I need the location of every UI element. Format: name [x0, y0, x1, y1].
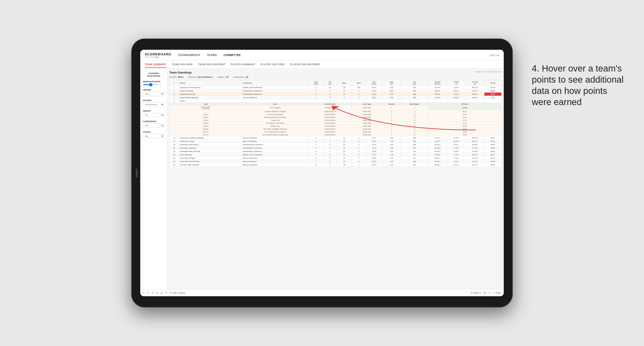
cell-vs-top25: 13-9-0 — [447, 86, 466, 89]
cell-rnds: 19 — [337, 93, 352, 96]
cell-vs-top25: 4-13-0 — [447, 153, 466, 157]
reset-button[interactable]: ↺ — [152, 292, 154, 294]
detail-rank-impact: +0 — [401, 133, 428, 136]
conference-select[interactable]: (All) — [143, 124, 164, 128]
min-rounds-slider[interactable] — [143, 84, 159, 85]
sidebar-division-label: Division — [143, 99, 164, 102]
cell-no-tour: 9 — [323, 89, 337, 93]
cell-points[interactable]: 97.02 — [484, 86, 501, 89]
cell-vs-top25: 4-16-0 — [447, 150, 466, 153]
nav-tournaments[interactable]: TOURNAMENTS — [178, 53, 200, 58]
detail-event: Ben Hogan Collegiate Invitational — [242, 128, 308, 130]
cell-rnds: 23 — [337, 89, 352, 93]
detail-data-row: Univers 2023 Sahalee Players Championshi… — [170, 133, 502, 136]
detail-points: 43.85 — [428, 130, 502, 133]
tab-team-h2h-heatmap[interactable]: TEAM H2H HEATMAP — [198, 61, 225, 68]
nav-teams[interactable]: TEAMS — [207, 53, 217, 58]
cell-points[interactable]: 88.49 — [484, 143, 501, 146]
tab-team-summary[interactable]: TEAM SUMMARY — [145, 61, 166, 68]
detail-event: Celci Collegiate — [242, 106, 308, 110]
cell-avg-sg: 1.30 — [382, 160, 401, 163]
cell-wins: 1 — [352, 163, 366, 167]
detail-points: 42.73 — [428, 119, 502, 122]
cell-adj-score: 278.6 — [366, 150, 382, 153]
cell-conf-rank: 1 — [308, 160, 323, 163]
cell-wins: 2 — [352, 146, 366, 150]
cell-points[interactable]: 88.70 — [484, 140, 501, 143]
cell-points-highlighted[interactable]: 90.20 — [484, 93, 501, 96]
share-button[interactable]: ↗ Share — [493, 292, 501, 294]
cell-wins: 262 — [352, 86, 366, 89]
detail-type: Stroke Play — [352, 106, 382, 110]
tab-team-h2h-grid[interactable]: TEAM H2H GRID — [172, 61, 193, 68]
cell-points[interactable]: 83.89 — [484, 160, 501, 163]
tablet-side-button — [136, 169, 138, 177]
cell-points[interactable]: 80.94 — [484, 163, 501, 167]
school-select[interactable]: (All) — [143, 134, 164, 138]
cell-school: University of North Florida — [179, 160, 242, 163]
nav-committee[interactable]: COMMITTEE — [224, 53, 241, 58]
logo-area: SCOREBOARD Powered by clipp — [145, 52, 171, 58]
gender-select[interactable]: Men's Women's — [143, 92, 164, 96]
cell-avg-sg: 1.31 — [382, 157, 401, 160]
detail-data-row: East Tec OFCC Fighting Illini Invitation… — [170, 130, 502, 133]
cell-points[interactable] — [484, 99, 501, 103]
sign-out[interactable]: | Sign out — [489, 54, 499, 56]
table-row: 2 Auburn University Southeastern Confere… — [170, 89, 502, 93]
paint-button[interactable]: 🖌 — [160, 292, 162, 294]
cell-vs-top25: 6-12-0 — [447, 136, 466, 140]
share-label: Share — [496, 292, 501, 294]
cell-conf-rank: 7 — [308, 146, 323, 150]
col-points: Points — [484, 80, 501, 86]
cell-points[interactable]: 88.71 — [484, 153, 501, 157]
detail-rounds: 3 — [382, 133, 401, 136]
detail-rounds: 3 — [382, 113, 401, 116]
division-select[interactable]: NCAA Division I NCAA Division II — [143, 102, 164, 107]
filter-division-value: NCAA Division I — [198, 76, 213, 78]
cell-conference: Big 12 Conference — [242, 140, 308, 143]
cell-low-adj: 269 — [401, 93, 428, 96]
cell-vs-top25: 13-23-2 — [447, 140, 466, 143]
detail-type: Stroke Play — [352, 128, 382, 130]
table-row-highlighted: 3 Vanderbilt University Southeastern Con… — [170, 93, 502, 96]
comment-button[interactable]: 💬 — [484, 292, 486, 294]
cell-rank: 5 — [170, 99, 179, 103]
cell-points[interactable]: 83.81 — [484, 150, 501, 153]
view-original-button[interactable]: 👁 View: Original — [170, 292, 185, 294]
watch-button[interactable]: 👁 Watch ▾ — [471, 292, 481, 294]
redo-button[interactable]: ↪ — [148, 292, 149, 294]
cell-conference: Mountain West Conference — [242, 143, 308, 146]
detail-data-row: Southern Highlands Collegiate NCAA Divis… — [170, 110, 502, 113]
detail-data-row: Univers Copper Cup NCAA Division I Match… — [170, 119, 502, 122]
detail-rounds: 2 — [382, 119, 401, 122]
detail-event: National Invitational Tournament — [242, 116, 308, 119]
copy-button[interactable]: ⧉ — [156, 292, 158, 294]
cell-points[interactable]: 88.48 — [484, 146, 501, 150]
info-button[interactable]: ⏱ — [165, 292, 167, 294]
detail-rounds: 3 — [382, 128, 401, 130]
cell-avg-sg: 1.38 — [382, 153, 401, 157]
detail-rounds: 3 — [382, 125, 401, 128]
detail-col-event-div: Event Division — [308, 103, 352, 106]
cell-low-adj: 260 — [401, 89, 428, 93]
detail-rounds: 3 — [382, 116, 401, 119]
cell-wins: 0 — [352, 153, 366, 157]
region-select[interactable]: N/A All — [143, 113, 164, 117]
cell-avg-sg — [382, 99, 401, 103]
cell-points[interactable]: 79.5 — [484, 96, 501, 99]
cell-no-tour: 8 — [323, 143, 337, 146]
cell-points[interactable]: 84.14 — [484, 157, 501, 160]
sidebar-min-rounds: Minimum Rounds 5 — [143, 80, 164, 86]
cell-low-adj: 265 — [401, 96, 428, 99]
sidebar-gender: Gender Men's Women's — [143, 89, 164, 96]
tab-player-summary[interactable]: PLAYER SUMMARY — [231, 61, 255, 68]
cell-conf-rank: 1 — [308, 89, 323, 93]
cell-school: University of Texas — [179, 140, 242, 143]
detail-event: Williams Cup — [242, 125, 308, 128]
undo-button[interactable]: ↩ — [143, 292, 145, 294]
cell-points[interactable]: 93.31 — [484, 89, 501, 93]
cell-points[interactable]: 83.07 — [484, 136, 501, 140]
embed-button[interactable]: ⬡ — [489, 292, 490, 294]
tab-player-h2h-heatmap[interactable]: PLAYER H2H HEATMAP — [290, 61, 320, 68]
tab-player-h2h-grid[interactable]: PLAYER H2H GRID — [261, 61, 285, 68]
